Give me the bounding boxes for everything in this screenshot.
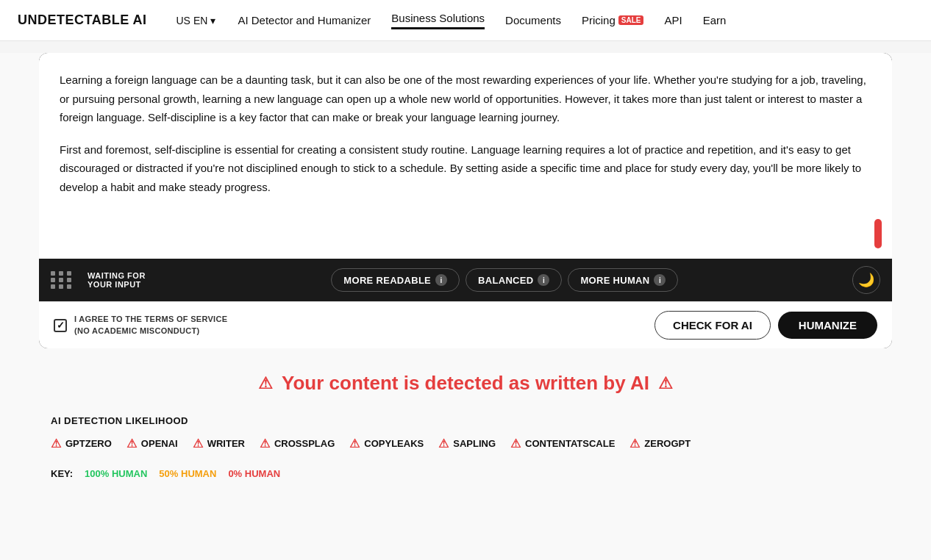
warning-text: ⚠ Your content is detected as written by… bbox=[51, 372, 880, 395]
checkmark-icon: ✓ bbox=[57, 320, 65, 331]
navbar: UNDETECTABLE AI US EN ▾ AI Detector and … bbox=[0, 0, 931, 41]
mode-buttons: MORE READABLE i BALANCED i MORE HUMAN i bbox=[166, 268, 843, 292]
site-logo[interactable]: UNDETECTABLE AI bbox=[18, 12, 147, 28]
check-ai-button[interactable]: CHECK FOR AI bbox=[654, 311, 771, 340]
dark-mode-toggle[interactable]: 🌙 bbox=[852, 266, 880, 294]
nav-links: AI Detector and Humanizer Business Solut… bbox=[238, 12, 913, 29]
warning-icon-writer: ⚠ bbox=[193, 437, 203, 450]
text-paragraph-2: First and foremost, self-discipline is e… bbox=[60, 140, 871, 197]
locale-selector[interactable]: US EN ▾ bbox=[176, 15, 216, 26]
detector-zerogpt: ⚠ ZEROGPT bbox=[629, 437, 691, 450]
mode-balanced[interactable]: BALANCED i bbox=[465, 268, 562, 292]
info-icon-2: i bbox=[538, 274, 549, 286]
editor-card: Learning a foreign language can be a dau… bbox=[39, 53, 892, 348]
key-0-human: 0% HUMAN bbox=[228, 468, 280, 479]
warning-icon-contentatscale: ⚠ bbox=[510, 437, 521, 450]
detector-label-sapling: SAPLING bbox=[453, 438, 496, 449]
detector-crossplag: ⚠ CROSSPLAG bbox=[260, 437, 335, 450]
moon-icon: 🌙 bbox=[858, 272, 874, 288]
detector-label-zerogpt: ZEROGPT bbox=[644, 438, 691, 449]
detector-gptzero: ⚠ GPTZERO bbox=[51, 437, 112, 450]
terms-agreement: ✓ I AGREE TO THE TERMS OF SERVICE (NO AC… bbox=[54, 314, 227, 337]
main-content: Learning a foreign language can be a dau… bbox=[0, 53, 931, 560]
detector-copyleaks: ⚠ COPYLEAKS bbox=[349, 437, 424, 450]
mode-more-human[interactable]: MORE HUMAN i bbox=[568, 268, 678, 292]
editor-footer: ✓ I AGREE TO THE TERMS OF SERVICE (NO AC… bbox=[39, 301, 892, 348]
key-section: KEY: 100% HUMAN 50% HUMAN 0% HUMAN bbox=[51, 468, 880, 479]
nav-link-business[interactable]: Business Solutions bbox=[391, 12, 485, 29]
warning-icon-zerogpt: ⚠ bbox=[629, 437, 640, 450]
nav-link-api[interactable]: API bbox=[664, 14, 682, 26]
detector-label-gptzero: GPTZERO bbox=[65, 438, 112, 449]
detection-section: ⚠ Your content is detected as written by… bbox=[39, 348, 892, 503]
warning-icon-copyleaks: ⚠ bbox=[349, 437, 360, 450]
text-paragraph-1: Learning a foreign language can be a dau… bbox=[60, 71, 871, 127]
detector-openai: ⚠ OPENAI bbox=[126, 437, 178, 450]
detector-label-copyleaks: COPYLEAKS bbox=[364, 438, 424, 449]
text-editor[interactable]: Learning a foreign language can be a dau… bbox=[39, 53, 892, 259]
nav-link-earn[interactable]: Earn bbox=[703, 14, 727, 26]
detector-label-writer: WRITER bbox=[207, 438, 245, 449]
detection-warning: ⚠ Your content is detected as written by… bbox=[51, 372, 880, 395]
terms-text: I AGREE TO THE TERMS OF SERVICE (NO ACAD… bbox=[74, 314, 227, 337]
detector-contentatscale: ⚠ CONTENTATSCALE bbox=[510, 437, 615, 450]
chevron-down-icon: ▾ bbox=[210, 15, 215, 26]
detector-writer: ⚠ WRITER bbox=[193, 437, 245, 450]
nav-link-detector[interactable]: AI Detector and Humanizer bbox=[238, 14, 371, 26]
warning-icon-openai: ⚠ bbox=[126, 437, 137, 450]
terms-checkbox[interactable]: ✓ bbox=[54, 319, 67, 332]
detection-likelihood: AI DETECTION LIKELIHOOD ⚠ GPTZERO ⚠ OPEN… bbox=[51, 415, 880, 450]
key-50-human: 50% HUMAN bbox=[159, 468, 216, 479]
warning-icon-sapling: ⚠ bbox=[438, 437, 449, 450]
toolbar-status: WAITING FOR YOUR INPUT bbox=[88, 271, 146, 289]
nav-link-documents[interactable]: Documents bbox=[505, 14, 561, 26]
warning-icon-crossplag: ⚠ bbox=[260, 437, 270, 450]
detector-sapling: ⚠ SAPLING bbox=[438, 437, 496, 450]
footer-actions: CHECK FOR AI HUMANIZE bbox=[654, 311, 877, 340]
warning-icon-left: ⚠ bbox=[258, 374, 273, 393]
nav-link-pricing[interactable]: Pricing SALE bbox=[582, 14, 644, 26]
detector-label-openai: OPENAI bbox=[141, 438, 178, 449]
detector-label-crossplag: CROSSPLAG bbox=[274, 438, 335, 449]
status-line1: WAITING FOR bbox=[88, 271, 146, 280]
detector-list: ⚠ GPTZERO ⚠ OPENAI ⚠ WRITER ⚠ CROSSPLAG … bbox=[51, 437, 880, 450]
scroll-indicator bbox=[874, 219, 882, 248]
terms-line1: I AGREE TO THE TERMS OF SERVICE bbox=[74, 314, 227, 325]
locale-country: US bbox=[176, 15, 190, 26]
warning-icon-right: ⚠ bbox=[658, 374, 673, 393]
locale-lang: EN bbox=[193, 15, 207, 26]
warning-icon-gptzero: ⚠ bbox=[51, 437, 61, 450]
detector-label-contentatscale: CONTENTATSCALE bbox=[525, 438, 615, 449]
likelihood-title: AI DETECTION LIKELIHOOD bbox=[51, 415, 880, 426]
info-icon-3: i bbox=[654, 274, 666, 286]
grid-icon bbox=[51, 271, 73, 289]
pricing-label: Pricing bbox=[582, 14, 616, 26]
mode-more-readable[interactable]: MORE READABLE i bbox=[331, 268, 460, 292]
status-line2: YOUR INPUT bbox=[88, 280, 146, 289]
key-label: KEY: bbox=[51, 468, 73, 479]
terms-line2: (NO ACADEMIC MISCONDUCT) bbox=[74, 326, 227, 337]
humanize-button[interactable]: HUMANIZE bbox=[778, 312, 877, 339]
key-100-human: 100% HUMAN bbox=[85, 468, 147, 479]
info-icon: i bbox=[435, 274, 447, 286]
sale-badge: SALE bbox=[618, 15, 644, 25]
editor-toolbar: WAITING FOR YOUR INPUT MORE READABLE i B… bbox=[39, 259, 892, 301]
